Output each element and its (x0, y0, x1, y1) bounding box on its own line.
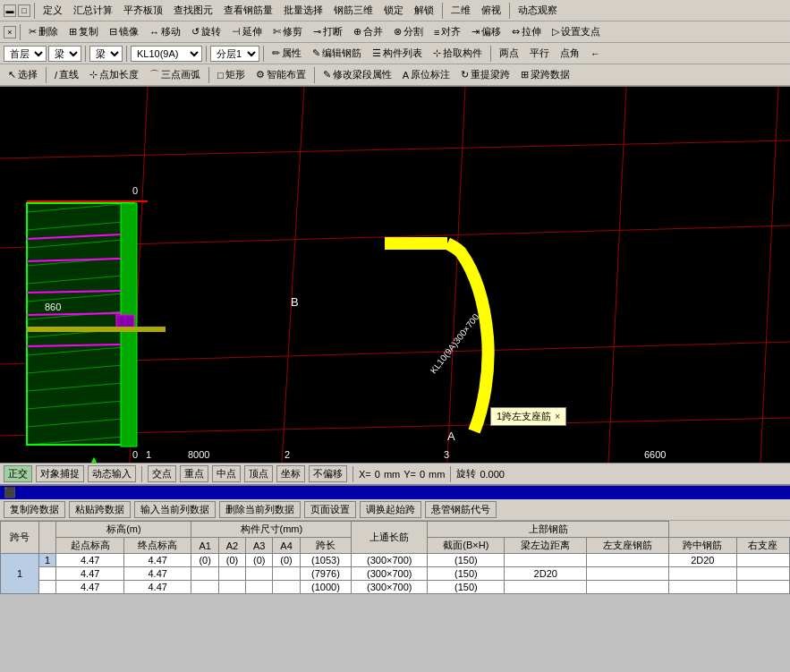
cell-right-steel-1[interactable] (736, 554, 789, 567)
type2-select[interactable]: 梁 (89, 46, 123, 62)
cell-upper-cont-2[interactable]: 2D20 (505, 567, 587, 581)
cell-left-steel-1[interactable] (587, 554, 669, 567)
btn-define[interactable]: 定义 (38, 2, 67, 19)
cell-start-h-2[interactable]: 4.47 (56, 567, 124, 581)
cell-a1-3[interactable] (191, 581, 218, 594)
cell-span-len-2[interactable]: (7976) (300, 567, 351, 581)
floor-select[interactable]: 分层1 (210, 46, 259, 62)
btn-edit-rebar[interactable]: ✎ 编辑钢筋 (308, 45, 366, 62)
btn-break[interactable]: ⊸ 打断 (309, 23, 347, 40)
btn-trim[interactable]: ✄ 修剪 (268, 23, 307, 40)
cell-a1-1[interactable]: (0) (191, 554, 218, 567)
cell-end-h-3[interactable]: 4.47 (123, 581, 191, 594)
snap-ortho[interactable]: 正交 (4, 465, 32, 482)
btn-dynamic[interactable]: 动态观察 (514, 2, 562, 19)
cell-sub-3[interactable] (38, 581, 55, 594)
btn-top-view[interactable]: 俯视 (477, 2, 505, 19)
btn-back[interactable]: ← (586, 47, 605, 61)
btn-elem-list[interactable]: ☰ 构件列表 (368, 45, 427, 62)
btn-find-elem[interactable]: 查找图元 (169, 2, 217, 19)
cell-a3-3[interactable] (246, 581, 273, 594)
cell-right-steel-3[interactable] (736, 581, 789, 594)
btn-point-len[interactable]: ⊹ 点加长度 (85, 66, 143, 83)
btn-swap-span[interactable]: 调换起始跨 (360, 501, 421, 518)
cell-a4-2[interactable] (273, 567, 300, 581)
cell-section-3[interactable]: (300×700) (352, 581, 428, 594)
btn-select[interactable]: ↖ 选择 (4, 66, 42, 83)
btn-point-angle[interactable]: 点角 (556, 45, 584, 62)
cell-a3-2[interactable] (246, 567, 273, 581)
snap-no-offset[interactable]: 不偏移 (309, 465, 347, 482)
btn-two-point[interactable]: 两点 (495, 45, 523, 62)
snap-object[interactable]: 对象捕捉 (36, 465, 84, 482)
btn-split[interactable]: ⊗ 分割 (389, 23, 428, 40)
btn-rebar-code[interactable]: 悬管钢筋代号 (425, 501, 497, 518)
cell-sub-2[interactable] (38, 567, 55, 581)
btn-align[interactable]: ≡ 对齐 (429, 23, 465, 40)
btn-move[interactable]: ↔ 移动 (145, 23, 185, 40)
cell-mid-steel-3[interactable] (669, 581, 737, 594)
window-minimize[interactable]: ▬ (4, 4, 16, 17)
cell-a4-1[interactable]: (0) (273, 554, 300, 567)
btn-calc[interactable]: 汇总计算 (69, 2, 117, 19)
cell-left-steel-2[interactable] (587, 567, 669, 581)
cell-a2-3[interactable] (218, 581, 245, 594)
cell-span-len-3[interactable]: (1000) (300, 581, 351, 594)
btn-paste-span[interactable]: 粘贴跨数据 (69, 501, 131, 518)
btn-align-top[interactable]: 平齐板顶 (119, 2, 167, 19)
cell-section-1[interactable]: (300×700) (352, 554, 428, 567)
btn-re-span[interactable]: ↻ 重提梁跨 (456, 66, 514, 83)
btn-unlock[interactable]: 解锁 (410, 2, 438, 19)
btn-lock[interactable]: 锁定 (379, 2, 408, 19)
btn-property[interactable]: ✏ 属性 (268, 45, 306, 62)
cell-left-dist-3[interactable]: (150) (428, 581, 505, 594)
btn-line[interactable]: / 直线 (50, 66, 83, 83)
layer-select[interactable]: 首层 (4, 46, 47, 62)
btn-2d[interactable]: 二维 (446, 2, 475, 19)
cell-span-1[interactable]: 1 (1, 554, 39, 594)
panel-close[interactable]: × (4, 26, 16, 38)
cell-a2-1[interactable]: (0) (218, 554, 245, 567)
btn-set-support[interactable]: ▷ 设置支点 (548, 23, 605, 40)
btn-extend[interactable]: ⊣ 延伸 (227, 23, 267, 40)
cell-a1-2[interactable] (191, 567, 218, 581)
snap-dynamic[interactable]: 动态输入 (88, 465, 136, 482)
snap-vertex[interactable]: 顶点 (244, 465, 273, 482)
btn-delete[interactable]: ✂ 删除 (24, 23, 63, 40)
btn-rebar-3d[interactable]: 钢筋三维 (329, 2, 378, 19)
window-restore[interactable]: □ (18, 4, 30, 17)
cell-section-2[interactable]: (300×700) (352, 567, 428, 581)
btn-3arc[interactable]: ⌒ 三点画弧 (145, 66, 205, 83)
snap-intersect[interactable]: 交点 (148, 465, 176, 482)
btn-copy-span[interactable]: 复制跨数据 (4, 501, 65, 518)
cell-right-steel-2[interactable] (736, 567, 789, 581)
btn-copy[interactable]: ⊞ 复制 (64, 23, 103, 40)
btn-rotate[interactable]: ↺ 旋转 (187, 23, 225, 40)
btn-smart-place[interactable]: ⚙ 智能布置 (251, 66, 310, 83)
element-select[interactable]: KL10(9A) (131, 46, 202, 62)
cell-start-h-1[interactable]: 4.47 (56, 554, 124, 567)
btn-annotate[interactable]: A 原位标注 (398, 66, 454, 83)
cell-left-steel-3[interactable] (587, 581, 669, 594)
btn-page-setup[interactable]: 页面设置 (304, 501, 356, 518)
type1-select[interactable]: 梁 (48, 46, 81, 62)
cell-a2-2[interactable] (218, 567, 245, 581)
cell-sub-1[interactable]: 1 (38, 554, 55, 567)
snap-midpoint[interactable]: 重点 (180, 465, 208, 482)
cell-upper-cont-1[interactable] (505, 554, 587, 567)
btn-mirror[interactable]: ⊟ 镜像 (105, 23, 143, 40)
main-canvas[interactable]: KL10(9A)300×700 B A 860 8000 3600 6600 Y… (0, 87, 790, 463)
cell-mid-steel-2[interactable] (669, 567, 737, 581)
btn-span-data[interactable]: ⊞ 梁跨数据 (516, 66, 574, 83)
btn-input-col[interactable]: 输入当前列数据 (134, 501, 216, 518)
btn-stretch[interactable]: ⇔ 拉伸 (507, 23, 546, 40)
btn-delete-col[interactable]: 删除当前列数据 (219, 501, 301, 518)
btn-rect[interactable]: □ 矩形 (213, 66, 250, 83)
cell-end-h-1[interactable]: 4.47 (123, 554, 191, 567)
snap-center[interactable]: 中点 (212, 465, 241, 482)
btn-parallel[interactable]: 平行 (525, 45, 554, 62)
cell-span-len-1[interactable]: (1053) (300, 554, 351, 567)
cell-a3-1[interactable]: (0) (246, 554, 273, 567)
tooltip-close-btn[interactable]: × (555, 412, 560, 421)
cell-a4-3[interactable] (273, 581, 300, 594)
